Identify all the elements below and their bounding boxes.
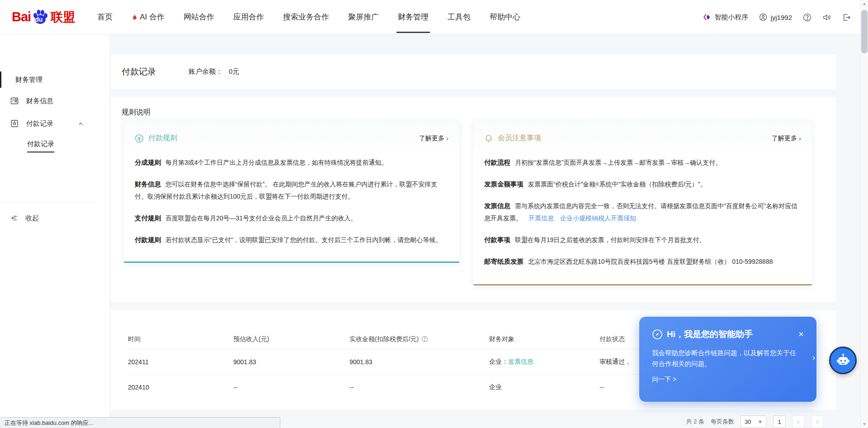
scroll-down-arrow[interactable]: ▼ — [861, 420, 868, 428]
cell-finance-target: 企业：发票信息 — [489, 358, 599, 366]
user-icon — [759, 13, 767, 21]
rule-item: 分成规则每月第3或4个工作日产出上月分成信息及发票信息，如有特殊情况将提前通知。 — [135, 157, 448, 169]
vertical-scrollbar[interactable]: ▲ ▼ — [860, 0, 868, 428]
rules-panel: 规则说明 付款规则 了解更多› 分成规则每月第3或4个工作日产出上月分成信息及发… — [111, 97, 836, 302]
sidebar-subitem-payment-record[interactable]: 付款记录 — [0, 137, 110, 155]
assistant-title: Hi，我是您的智能助手 — [667, 328, 753, 340]
left-sidebar: 财务管理 财务信息 付款记录 付款记录 — [0, 34, 110, 428]
baidu-paw-icon: du — [31, 8, 49, 26]
col-finance-target: 财务对象 — [489, 335, 599, 343]
main-nav: 首页 AI 合作 网站合作 应用合作 搜索业务合作 聚屏推广 财务管理 工具包 … — [88, 0, 530, 34]
nav-tab-help-center[interactable]: 帮助中心 — [480, 0, 530, 34]
page-number-button[interactable]: 1 — [773, 415, 786, 428]
top-navbar: Bai du 联盟 首页 AI 合作 网站合作 应用合作 搜索业务合作 聚屏推广… — [0, 0, 868, 34]
pagination: 共 2 条 每页条数 30 ▼ 1 ‹ › — [686, 415, 824, 428]
help-circle-icon[interactable] — [421, 336, 428, 342]
invoice-info-link[interactable]: 开票信息 — [528, 214, 554, 222]
col-time: 时间 — [128, 335, 233, 343]
nav-tab-finance-management[interactable]: 财务管理 — [388, 0, 438, 34]
rules-section-title: 规则说明 — [122, 108, 825, 117]
chevron-left-icon: ‹ — [797, 418, 799, 426]
nav-tab-toolkit[interactable]: 工具包 — [438, 0, 480, 34]
cell-actual: 9001.83 — [349, 358, 489, 366]
cell-time: 202410 — [128, 384, 233, 391]
nav-tab-app-cooperation[interactable]: 应用合作 — [224, 0, 274, 34]
browser-status-bar: 正在等待 xlab.baidu.com 的响应... — [0, 417, 280, 428]
chevron-up-icon[interactable] — [78, 121, 84, 127]
chevron-right-icon: › — [812, 353, 815, 362]
smart-miniprogram-entry[interactable]: 智能小程序 — [703, 13, 748, 22]
baidu-union-logo[interactable]: Bai du 联盟 — [12, 8, 75, 26]
logo-text-union: 联盟 — [51, 9, 75, 25]
nav-tab-juping-promotion[interactable]: 聚屏推广 — [339, 0, 388, 34]
per-page-select[interactable]: 30 ▼ — [741, 415, 767, 428]
coin-yen-icon — [135, 134, 144, 143]
total-count: 共 2 条 — [686, 418, 704, 426]
nav-tab-ai-cooperation[interactable]: AI 合作 — [122, 0, 174, 34]
rule-item: 邮寄纸质发票北京市海淀区西北旺东路10号院百度科技园5号楼 百度联盟财务组（收）… — [484, 256, 801, 268]
close-icon: ✕ — [798, 330, 804, 338]
next-page-button[interactable]: › — [811, 415, 824, 428]
sidebar-section-finance[interactable]: 财务管理 — [0, 71, 110, 89]
per-page-label: 每页条数 — [711, 418, 734, 426]
prev-page-button[interactable]: ‹ — [792, 415, 805, 428]
small-taxpayer-notice-link[interactable]: 企业小规模纳税人开票须知 — [560, 214, 636, 222]
miniprogram-diamond-icon — [703, 13, 711, 21]
logout-button[interactable] — [842, 13, 851, 22]
nav-tab-search-business[interactable]: 搜索业务合作 — [274, 0, 339, 34]
card-title-member-notes: 会员注意事项 — [498, 133, 541, 143]
scrollbar-thumb[interactable] — [861, 10, 868, 53]
learn-more-member-notes[interactable]: 了解更多› — [772, 134, 801, 143]
rule-item: 支付规则百度联盟会在每月20号—31号支付企业会员上个自然月产生的收入。 — [135, 212, 448, 224]
sound-button[interactable] — [822, 13, 831, 22]
col-estimated-income: 预估收入(元) — [233, 335, 349, 343]
sidebar-collapse-button[interactable]: 收起 — [0, 209, 110, 227]
question-circle-icon — [803, 13, 811, 22]
payment-badge-icon — [10, 119, 19, 128]
cell-finance-target: 企业 — [489, 383, 599, 391]
logout-icon — [842, 13, 851, 22]
page-title: 付款记录 — [122, 66, 156, 78]
navbar-right-group: 智能小程序 jyj1992 — [703, 0, 851, 34]
logo-text-bai: Bai — [12, 10, 31, 24]
close-button[interactable]: ✕ — [798, 330, 804, 338]
collapse-left-icon — [10, 214, 18, 222]
member-notes-card: 会员注意事项 了解更多› 付款流程月初按“发票信息”页面开具发票→上传发票→邮寄… — [473, 121, 812, 285]
sidebar-item-finance-info[interactable]: 财务信息 — [0, 92, 110, 110]
rule-item: 付款规则若付款状态显示“已支付”，说明联盟已安排了您的付款。支付后三个工作日内到… — [135, 234, 448, 246]
help-button[interactable] — [803, 13, 811, 22]
ask-now-link[interactable]: 问一下 > — [652, 376, 676, 384]
assistant-message: 我会帮助您诊断合作链路问题，以及解答您关于任何合作相关的问题。 — [652, 347, 801, 369]
rule-item: 付款事项联盟在每月19日之后签收的发票，付款时间安排在下个月首批支付。 — [484, 234, 801, 246]
sidebar-item-payment-record[interactable]: 付款记录 — [0, 114, 110, 133]
cell-estimated: 9001.83 — [233, 358, 349, 366]
invoice-info-table-link[interactable]: 发票信息 — [508, 358, 533, 365]
cell-estimated: -- — [233, 384, 349, 391]
compass-icon — [652, 329, 663, 340]
bell-icon — [484, 134, 493, 143]
logo-text-du: du — [35, 16, 42, 23]
cell-time: 202411 — [128, 358, 233, 366]
page-title-panel: 付款记录 账户余额：0元 — [111, 55, 836, 89]
scroll-up-arrow[interactable]: ▲ — [861, 0, 868, 8]
chevron-right-icon: › — [799, 134, 801, 142]
chevron-right-icon: › — [446, 134, 448, 142]
rule-item: 发票金额事项发票票面“价税合计”金额=系统中“实收金额（扣除税费后/元）”。 — [484, 178, 801, 190]
nav-tab-home[interactable]: 首页 — [88, 0, 122, 34]
payment-rules-card: 付款规则 了解更多› 分成规则每月第3或4个工作日产出上月分成信息及发票信息，如… — [124, 121, 459, 263]
balance-label: 账户余额： — [189, 67, 222, 75]
user-account-entry[interactable]: jyj1992 — [759, 13, 792, 21]
learn-more-payment-rules[interactable]: 了解更多› — [419, 134, 448, 143]
smart-assistant-popup: Hi，我是您的智能助手 ✕ 我会帮助您诊断合作链路问题，以及解答您关于任何合作相… — [639, 317, 816, 402]
robot-icon — [835, 353, 851, 368]
rule-item: 财务信息您可以在财务信息中选择“保留付款”。 在此期间您产生的收入将在账户内进行… — [135, 178, 448, 203]
nav-tab-website-cooperation[interactable]: 网站合作 — [174, 0, 224, 34]
assistant-robot-button[interactable] — [829, 347, 857, 374]
rule-item: 发票信息需与系统内发票信息内容完全一致，否则无法支付。请根据发票信息页面中“百度… — [484, 200, 801, 224]
card-title-payment-rules: 付款规则 — [148, 133, 177, 143]
id-card-icon — [10, 96, 19, 105]
cell-actual: -- — [349, 384, 489, 391]
flame-hot-icon — [132, 14, 138, 21]
rule-item: 付款流程月初按“发票信息”页面开具发票→上传发票→邮寄发票→审核→确认支付。 — [484, 157, 801, 169]
speaker-icon — [822, 13, 831, 22]
